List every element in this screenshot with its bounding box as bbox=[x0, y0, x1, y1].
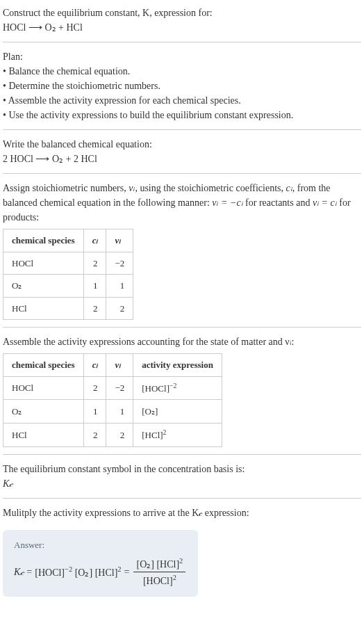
ci-symbol: cᵢ bbox=[286, 183, 292, 193]
plan-item: • Assemble the activity expression for e… bbox=[3, 93, 361, 108]
multiply-heading: Mulitply the activity expressions to arr… bbox=[3, 506, 361, 520]
term-exp: −2 bbox=[65, 565, 72, 573]
multiply-block: Mulitply the activity expressions to arr… bbox=[3, 506, 361, 520]
cell-ci: 2 bbox=[83, 297, 106, 320]
term-base: [HOCl] bbox=[143, 576, 173, 586]
balanced-heading: Write the balanced chemical equation: bbox=[3, 137, 361, 152]
term-exp: 2 bbox=[173, 574, 176, 581]
symbol-block: The equilibrium constant symbol in the c… bbox=[3, 462, 361, 491]
table-header-row: chemical species cᵢ νᵢ activity expressi… bbox=[3, 354, 222, 377]
stoich-part: Assign stoichiometric numbers, bbox=[3, 183, 129, 193]
plan-block: Plan: • Balance the chemical equation. •… bbox=[3, 49, 361, 122]
divider bbox=[3, 129, 361, 130]
answer-label: Answer: bbox=[14, 538, 187, 552]
term-base: [HOCl] bbox=[35, 567, 65, 578]
cell-species: HCl bbox=[3, 297, 84, 320]
col-expr: activity expression bbox=[133, 354, 222, 377]
col-species: chemical species bbox=[3, 354, 84, 377]
cell-nu: −2 bbox=[106, 376, 133, 400]
nu-header: νᵢ bbox=[115, 360, 120, 370]
fraction: [O₂] [HCl]2 [HOCl]2 bbox=[133, 556, 185, 588]
activity-heading: Assemble the activity expressions accoun… bbox=[3, 334, 361, 349]
cell-nu: 1 bbox=[106, 275, 133, 298]
stoich-part: , using the stoichiometric coefficients, bbox=[135, 183, 286, 193]
cell-ci: 1 bbox=[83, 400, 106, 424]
cell-ci: 2 bbox=[83, 424, 106, 447]
intro-block: Construct the equilibrium constant, K, e… bbox=[3, 6, 361, 35]
cell-expr: [O₂] bbox=[133, 400, 222, 424]
stoich-text: Assign stoichiometric numbers, νᵢ, using… bbox=[3, 181, 361, 225]
cell-nu: 2 bbox=[106, 424, 133, 447]
term-exp: 2 bbox=[179, 557, 183, 565]
ci-header: cᵢ bbox=[92, 360, 98, 370]
table-row: O₂ 1 1 bbox=[3, 275, 133, 298]
fraction-denominator: [HOCl]2 bbox=[133, 572, 185, 588]
term-exp: 2 bbox=[117, 565, 121, 573]
activity-table: chemical species cᵢ νᵢ activity expressi… bbox=[3, 353, 222, 447]
equals: = bbox=[26, 565, 32, 579]
cell-expr: [HOCl]−2 bbox=[133, 376, 222, 400]
cell-nu: 2 bbox=[106, 297, 133, 320]
plan-item: • Determine the stoichiometric numbers. bbox=[3, 79, 361, 93]
divider bbox=[3, 42, 361, 42]
intro-equation: HOCl ⟶ O₂ + HCl bbox=[3, 20, 361, 35]
term-base: [O₂] bbox=[136, 559, 156, 570]
kc-expression: K𝒸 = [HOCl]−2 [O₂] [HCl]2 = [O₂] [HCl]2 … bbox=[14, 556, 187, 588]
plan-item: • Balance the chemical equation. bbox=[3, 64, 361, 79]
stoich-block: Assign stoichiometric numbers, νᵢ, using… bbox=[3, 181, 361, 320]
divider bbox=[3, 454, 361, 455]
intro-line1: Construct the equilibrium constant, K, e… bbox=[3, 6, 361, 20]
symbol-value: K𝒸 bbox=[3, 476, 361, 491]
divider bbox=[3, 498, 361, 499]
cell-ci: 1 bbox=[83, 275, 106, 298]
plan-heading: Plan: bbox=[3, 49, 361, 64]
table-row: HOCl 2 −2 bbox=[3, 252, 133, 275]
col-nu: νᵢ bbox=[106, 354, 133, 377]
activity-block: Assemble the activity expressions accoun… bbox=[3, 334, 361, 447]
stoich-part: for reactants and bbox=[243, 197, 313, 208]
rel1: νᵢ = −cᵢ bbox=[212, 197, 242, 208]
expr-base: [HOCl] bbox=[142, 383, 169, 394]
lhs: [HOCl]−2 [O₂] [HCl]2 bbox=[35, 564, 121, 580]
symbol-heading: The equilibrium constant symbol in the c… bbox=[3, 462, 361, 476]
balanced-equation: 2 HOCl ⟶ O₂ + 2 HCl bbox=[3, 152, 361, 166]
cell-species: HCl bbox=[3, 424, 84, 447]
divider bbox=[3, 173, 361, 174]
stoich-table: chemical species cᵢ νᵢ HOCl 2 −2 O₂ 1 1 … bbox=[3, 229, 133, 320]
plan-item: • Use the activity expressions to build … bbox=[3, 108, 361, 122]
cell-species: HOCl bbox=[3, 376, 84, 400]
cell-expr: [HCl]2 bbox=[133, 424, 222, 447]
expr-exp: 2 bbox=[163, 428, 167, 436]
cell-species: O₂ bbox=[3, 275, 84, 298]
term-base: [HCl] bbox=[156, 559, 179, 570]
table-row: HCl 2 2 [HCl]2 bbox=[3, 424, 222, 447]
expr-base: [O₂] bbox=[142, 407, 158, 417]
cell-ci: 2 bbox=[83, 252, 106, 275]
table-row: O₂ 1 1 [O₂] bbox=[3, 400, 222, 424]
rel2: νᵢ = cᵢ bbox=[313, 197, 337, 208]
table-header-row: chemical species cᵢ νᵢ bbox=[3, 229, 133, 252]
divider bbox=[3, 327, 361, 328]
col-ci: cᵢ bbox=[83, 229, 106, 252]
equals: = bbox=[124, 565, 130, 579]
cell-species: HOCl bbox=[3, 252, 84, 275]
balanced-block: Write the balanced chemical equation: 2 … bbox=[3, 137, 361, 166]
col-nu: νᵢ bbox=[106, 229, 133, 252]
cell-ci: 2 bbox=[83, 376, 106, 400]
col-species: chemical species bbox=[3, 229, 84, 252]
ci-header: cᵢ bbox=[92, 235, 98, 245]
cell-nu: −2 bbox=[106, 252, 133, 275]
cell-nu: 1 bbox=[106, 400, 133, 424]
nu-header: νᵢ bbox=[115, 235, 120, 245]
intro-text: Construct the equilibrium constant, K, e… bbox=[3, 8, 213, 18]
answer-box: Answer: K𝒸 = [HOCl]−2 [O₂] [HCl]2 = [O₂]… bbox=[3, 530, 198, 597]
term-base: [HCl] bbox=[95, 567, 118, 578]
kc-symbol: K𝒸 bbox=[14, 565, 24, 579]
term-base: [O₂] bbox=[75, 567, 95, 578]
fraction-numerator: [O₂] [HCl]2 bbox=[133, 556, 185, 572]
table-row: HCl 2 2 bbox=[3, 297, 133, 320]
col-ci: cᵢ bbox=[83, 354, 106, 377]
table-row: HOCl 2 −2 [HOCl]−2 bbox=[3, 376, 222, 400]
expr-base: [HCl] bbox=[142, 430, 163, 440]
cell-species: O₂ bbox=[3, 400, 84, 424]
